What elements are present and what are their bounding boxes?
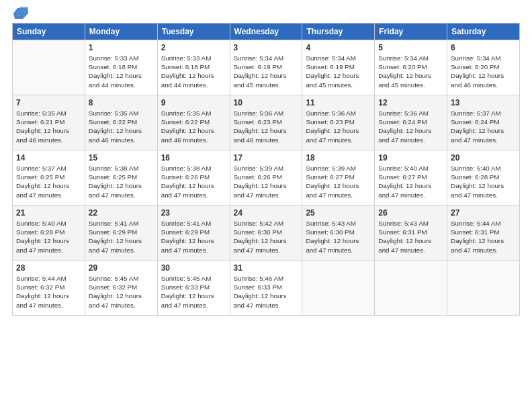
day-number: 15 <box>89 153 154 163</box>
calendar-cell: 2Sunrise: 5:33 AM Sunset: 6:18 PM Daylig… <box>157 40 230 95</box>
calendar-cell: 28Sunrise: 5:44 AM Sunset: 6:32 PM Dayli… <box>13 261 85 316</box>
day-info: Sunrise: 5:36 AM Sunset: 6:23 PM Dayligh… <box>234 109 299 144</box>
day-number: 6 <box>451 43 516 52</box>
day-number: 14 <box>16 153 81 163</box>
day-number: 8 <box>89 98 154 107</box>
day-info: Sunrise: 5:36 AM Sunset: 6:24 PM Dayligh… <box>378 109 443 144</box>
day-number: 16 <box>161 153 226 163</box>
day-number: 26 <box>378 208 443 218</box>
calendar-cell: 24Sunrise: 5:42 AM Sunset: 6:30 PM Dayli… <box>230 205 302 261</box>
weekday-header-monday: Monday <box>85 24 157 40</box>
logo <box>12 7 28 19</box>
day-info: Sunrise: 5:38 AM Sunset: 6:25 PM Dayligh… <box>89 164 154 199</box>
calendar-cell: 20Sunrise: 5:40 AM Sunset: 6:28 PM Dayli… <box>447 150 520 205</box>
weekday-header-sunday: Sunday <box>13 24 85 40</box>
weekday-header-row: SundayMondayTuesdayWednesdayThursdayFrid… <box>13 24 520 40</box>
day-info: Sunrise: 5:42 AM Sunset: 6:30 PM Dayligh… <box>234 219 299 255</box>
day-info: Sunrise: 5:40 AM Sunset: 6:28 PM Dayligh… <box>451 164 516 199</box>
day-number: 30 <box>161 263 226 273</box>
calendar-cell: 4Sunrise: 5:34 AM Sunset: 6:19 PM Daylig… <box>302 40 375 95</box>
calendar-cell: 29Sunrise: 5:45 AM Sunset: 6:32 PM Dayli… <box>85 261 157 316</box>
day-info: Sunrise: 5:40 AM Sunset: 6:28 PM Dayligh… <box>16 219 81 255</box>
calendar-cell: 25Sunrise: 5:43 AM Sunset: 6:30 PM Dayli… <box>302 205 375 261</box>
calendar-cell <box>375 261 447 316</box>
day-number: 25 <box>306 208 371 218</box>
page: SundayMondayTuesdayWednesdayThursdayFrid… <box>0 0 532 411</box>
week-row-4: 28Sunrise: 5:44 AM Sunset: 6:32 PM Dayli… <box>13 261 520 316</box>
weekday-header-friday: Friday <box>375 24 447 40</box>
day-number: 9 <box>161 98 226 107</box>
day-number: 21 <box>16 208 81 218</box>
calendar-cell: 15Sunrise: 5:38 AM Sunset: 6:25 PM Dayli… <box>85 150 157 205</box>
header <box>12 7 520 19</box>
calendar-cell: 18Sunrise: 5:39 AM Sunset: 6:27 PM Dayli… <box>302 150 375 205</box>
calendar-cell: 13Sunrise: 5:37 AM Sunset: 6:24 PM Dayli… <box>447 95 520 150</box>
calendar-cell: 9Sunrise: 5:35 AM Sunset: 6:22 PM Daylig… <box>157 95 230 150</box>
calendar-cell: 26Sunrise: 5:43 AM Sunset: 6:31 PM Dayli… <box>375 205 447 261</box>
calendar-cell: 27Sunrise: 5:44 AM Sunset: 6:31 PM Dayli… <box>447 205 520 261</box>
week-row-1: 7Sunrise: 5:35 AM Sunset: 6:21 PM Daylig… <box>13 95 520 150</box>
calendar-cell: 21Sunrise: 5:40 AM Sunset: 6:28 PM Dayli… <box>13 205 85 261</box>
weekday-header-wednesday: Wednesday <box>230 24 302 40</box>
calendar: SundayMondayTuesdayWednesdayThursdayFrid… <box>12 23 520 316</box>
calendar-cell: 22Sunrise: 5:41 AM Sunset: 6:29 PM Dayli… <box>85 205 157 261</box>
day-number: 23 <box>161 208 226 218</box>
day-number: 27 <box>451 208 516 218</box>
day-number: 7 <box>16 98 81 107</box>
calendar-cell: 11Sunrise: 5:36 AM Sunset: 6:23 PM Dayli… <box>302 95 375 150</box>
day-number: 10 <box>234 98 299 107</box>
calendar-cell: 7Sunrise: 5:35 AM Sunset: 6:21 PM Daylig… <box>13 95 85 150</box>
calendar-cell: 23Sunrise: 5:41 AM Sunset: 6:29 PM Dayli… <box>157 205 230 261</box>
day-number: 17 <box>234 153 299 163</box>
day-number: 28 <box>16 263 81 273</box>
day-info: Sunrise: 5:44 AM Sunset: 6:31 PM Dayligh… <box>451 219 516 255</box>
day-info: Sunrise: 5:41 AM Sunset: 6:29 PM Dayligh… <box>161 219 226 255</box>
day-number: 3 <box>234 43 299 52</box>
day-number: 12 <box>378 98 443 107</box>
day-info: Sunrise: 5:37 AM Sunset: 6:24 PM Dayligh… <box>451 109 516 144</box>
day-number: 2 <box>161 43 226 52</box>
calendar-cell <box>13 40 85 95</box>
day-info: Sunrise: 5:45 AM Sunset: 6:33 PM Dayligh… <box>161 274 226 310</box>
day-number: 31 <box>234 263 299 273</box>
day-info: Sunrise: 5:36 AM Sunset: 6:23 PM Dayligh… <box>306 109 371 144</box>
day-info: Sunrise: 5:34 AM Sunset: 6:20 PM Dayligh… <box>378 54 443 89</box>
calendar-cell: 1Sunrise: 5:33 AM Sunset: 6:18 PM Daylig… <box>85 40 157 95</box>
week-row-0: 1Sunrise: 5:33 AM Sunset: 6:18 PM Daylig… <box>13 40 520 95</box>
calendar-cell: 17Sunrise: 5:39 AM Sunset: 6:26 PM Dayli… <box>230 150 302 205</box>
calendar-cell <box>302 261 375 316</box>
day-number: 18 <box>306 153 371 163</box>
day-number: 20 <box>451 153 516 163</box>
day-number: 19 <box>378 153 443 163</box>
week-row-2: 14Sunrise: 5:37 AM Sunset: 6:25 PM Dayli… <box>13 150 520 205</box>
day-number: 1 <box>89 43 154 52</box>
day-number: 24 <box>234 208 299 218</box>
calendar-cell: 19Sunrise: 5:40 AM Sunset: 6:27 PM Dayli… <box>375 150 447 205</box>
calendar-cell: 12Sunrise: 5:36 AM Sunset: 6:24 PM Dayli… <box>375 95 447 150</box>
day-number: 11 <box>306 98 371 107</box>
calendar-cell: 16Sunrise: 5:38 AM Sunset: 6:26 PM Dayli… <box>157 150 230 205</box>
calendar-cell: 6Sunrise: 5:34 AM Sunset: 6:20 PM Daylig… <box>447 40 520 95</box>
day-info: Sunrise: 5:34 AM Sunset: 6:19 PM Dayligh… <box>306 54 371 89</box>
calendar-cell: 14Sunrise: 5:37 AM Sunset: 6:25 PM Dayli… <box>13 150 85 205</box>
day-info: Sunrise: 5:40 AM Sunset: 6:27 PM Dayligh… <box>378 164 443 199</box>
day-info: Sunrise: 5:34 AM Sunset: 6:20 PM Dayligh… <box>451 54 516 89</box>
day-info: Sunrise: 5:35 AM Sunset: 6:22 PM Dayligh… <box>89 109 154 144</box>
day-info: Sunrise: 5:34 AM Sunset: 6:19 PM Dayligh… <box>234 54 299 89</box>
day-info: Sunrise: 5:41 AM Sunset: 6:29 PM Dayligh… <box>89 219 154 255</box>
calendar-cell: 31Sunrise: 5:46 AM Sunset: 6:33 PM Dayli… <box>230 261 302 316</box>
day-info: Sunrise: 5:39 AM Sunset: 6:26 PM Dayligh… <box>234 164 299 199</box>
day-info: Sunrise: 5:35 AM Sunset: 6:22 PM Dayligh… <box>161 109 226 144</box>
day-info: Sunrise: 5:33 AM Sunset: 6:18 PM Dayligh… <box>89 54 154 89</box>
day-info: Sunrise: 5:38 AM Sunset: 6:26 PM Dayligh… <box>161 164 226 199</box>
logo-icon <box>13 7 28 19</box>
day-info: Sunrise: 5:43 AM Sunset: 6:31 PM Dayligh… <box>378 219 443 255</box>
day-info: Sunrise: 5:44 AM Sunset: 6:32 PM Dayligh… <box>16 274 81 310</box>
week-row-3: 21Sunrise: 5:40 AM Sunset: 6:28 PM Dayli… <box>13 205 520 261</box>
weekday-header-thursday: Thursday <box>302 24 375 40</box>
day-number: 29 <box>89 263 154 273</box>
day-info: Sunrise: 5:45 AM Sunset: 6:32 PM Dayligh… <box>89 274 154 310</box>
calendar-cell <box>447 261 520 316</box>
day-info: Sunrise: 5:33 AM Sunset: 6:18 PM Dayligh… <box>161 54 226 89</box>
day-info: Sunrise: 5:37 AM Sunset: 6:25 PM Dayligh… <box>16 164 81 199</box>
